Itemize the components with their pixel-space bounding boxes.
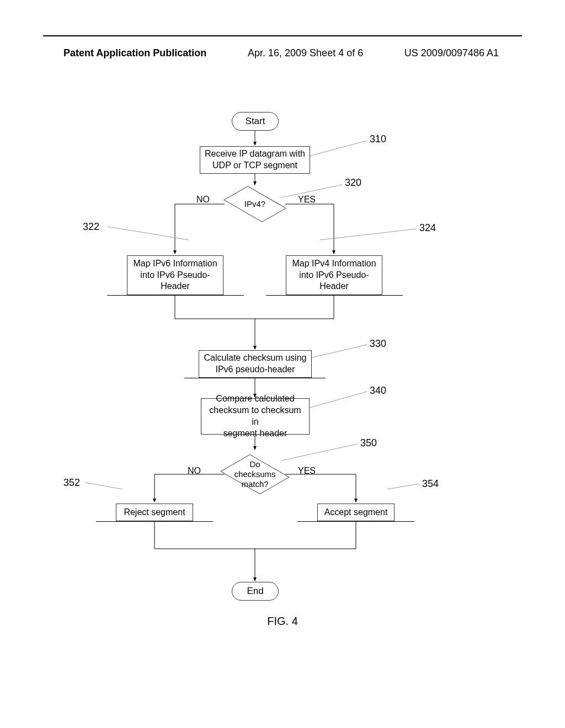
start-label: Start [246, 116, 265, 127]
checksums-no-label: NO [188, 466, 201, 476]
accept-process: Accept segment [317, 504, 395, 521]
header-date-sheet: Apr. 16, 2009 Sheet 4 of 6 [248, 47, 363, 59]
svg-line-13 [86, 483, 122, 489]
ref-340: 340 [370, 385, 386, 397]
rail-reject [96, 521, 213, 522]
checksums-decision-label: Do checksums match? [234, 459, 275, 489]
ref-330: 330 [370, 338, 386, 350]
reject-process: Reject segment [116, 504, 193, 521]
checksums-decision: Do checksums match? [225, 449, 285, 499]
ipv4-decision-label: IPv4? [244, 199, 265, 209]
ref-310: 310 [370, 133, 386, 145]
rail-right [266, 295, 403, 296]
rail-330 [184, 378, 326, 378]
svg-line-10 [308, 345, 367, 358]
calc-checksum-process: Calculate checksum using IPv6 pseudo-hea… [199, 350, 312, 378]
ipv4-no-label: NO [196, 195, 210, 205]
ref-350: 350 [360, 437, 377, 449]
compare-process: Compare calculated checksum to checksum … [201, 398, 310, 435]
checksums-yes-label: YES [298, 466, 316, 476]
svg-line-8 [108, 227, 189, 240]
ref-354: 354 [422, 478, 439, 490]
map-ipv4-label: Map IPv4 Information into IPv6 Pseudo- H… [292, 258, 376, 292]
flowchart-diagram: Start Receive IP datagram with UDP or TC… [0, 108, 565, 659]
header-pub-number: US 2009/0097486 A1 [404, 47, 499, 59]
ref-320: 320 [345, 177, 361, 189]
ipv4-decision: IPv4? [225, 185, 285, 223]
svg-line-14 [387, 484, 419, 489]
accept-label: Accept segment [324, 507, 388, 518]
ipv4-yes-label: YES [298, 195, 316, 205]
figure-label: FIG. 4 [267, 615, 298, 628]
map-ipv6-label: Map IPv6 Information into IPv6 Pseudo- H… [133, 258, 217, 292]
svg-line-12 [281, 444, 358, 461]
compare-label: Compare calculated checksum to checksum … [205, 393, 306, 439]
svg-line-6 [309, 141, 367, 156]
map-ipv4-process: Map IPv4 Information into IPv6 Pseudo- H… [286, 255, 382, 295]
ref-352: 352 [63, 477, 80, 489]
page-header: Patent Application Publication Apr. 16, … [0, 47, 565, 59]
ref-324: 324 [419, 222, 436, 234]
header-publication: Patent Application Publication [63, 47, 206, 59]
rail-left [107, 295, 244, 296]
end-terminator: End [232, 582, 279, 601]
calc-checksum-label: Calculate checksum using IPv6 pseudo-hea… [204, 352, 307, 376]
receive-process: Receive IP datagram with UDP or TCP segm… [200, 146, 310, 174]
reject-label: Reject segment [124, 507, 185, 518]
header-rule [43, 35, 522, 36]
map-ipv6-process: Map IPv6 Information into IPv6 Pseudo- H… [127, 255, 223, 295]
svg-line-9 [320, 229, 417, 240]
rail-accept [297, 521, 414, 522]
svg-line-11 [308, 392, 367, 408]
ref-322: 322 [83, 221, 99, 233]
start-terminator: Start [232, 112, 279, 131]
end-label: End [247, 586, 263, 597]
receive-label: Receive IP datagram with UDP or TCP segm… [205, 148, 305, 172]
